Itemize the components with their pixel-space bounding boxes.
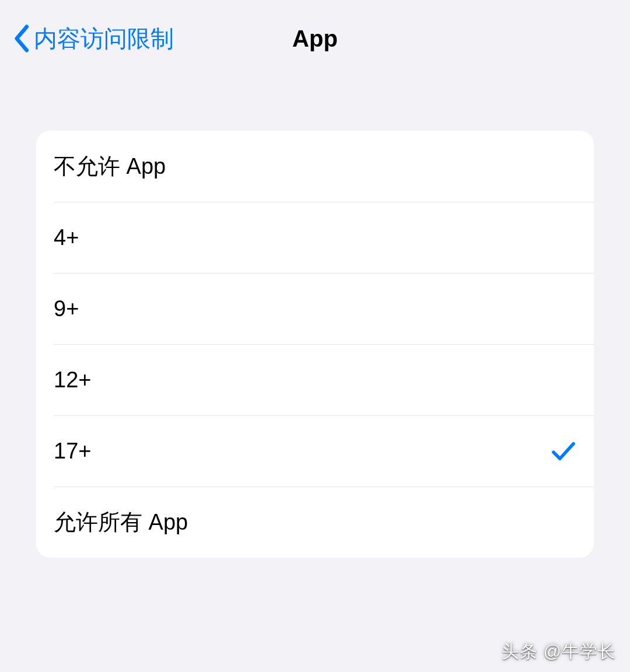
source-watermark: 头条 @牛学长 xyxy=(502,640,616,664)
back-label: 内容访问限制 xyxy=(34,23,174,55)
option-label: 允许所有 App xyxy=(54,508,188,537)
nav-bar: 内容访问限制 App xyxy=(0,0,630,77)
option-label: 12+ xyxy=(54,368,91,393)
option-row-allow-all[interactable]: 允许所有 App xyxy=(54,487,594,558)
checkmark-icon xyxy=(551,439,576,464)
option-row-disallow[interactable]: 不允许 App xyxy=(36,131,594,202)
option-label: 不允许 App xyxy=(54,152,166,181)
option-label: 9+ xyxy=(54,296,79,321)
back-button[interactable]: 内容访问限制 xyxy=(14,23,174,55)
chevron-left-icon xyxy=(14,24,30,52)
option-row-9plus[interactable]: 9+ xyxy=(54,273,594,344)
option-row-17plus[interactable]: 17+ xyxy=(54,415,594,487)
page-title: App xyxy=(292,26,338,51)
option-label: 17+ xyxy=(54,439,91,464)
option-row-4plus[interactable]: 4+ xyxy=(54,202,594,273)
option-row-12plus[interactable]: 12+ xyxy=(54,344,594,415)
options-group: 不允许 App 4+ 9+ 12+ 17+ 允许所有 App xyxy=(36,131,594,558)
option-label: 4+ xyxy=(54,225,79,250)
